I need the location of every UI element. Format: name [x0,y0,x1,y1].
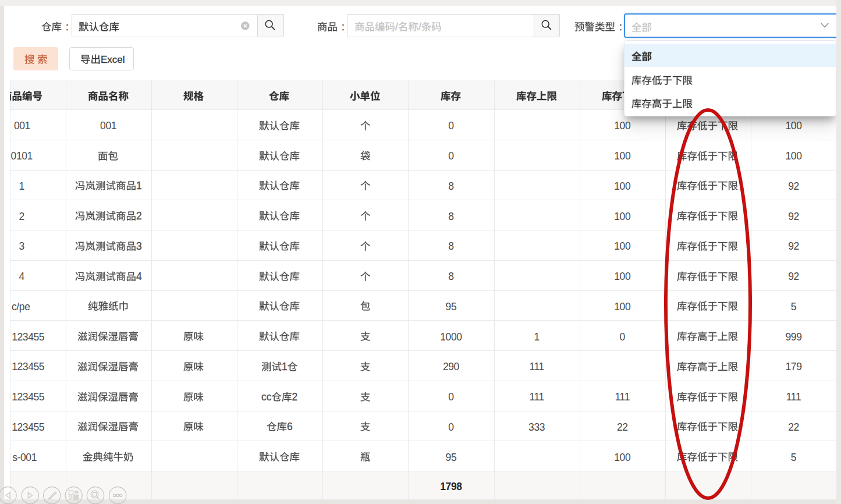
svg-text:cc: cc [261,391,272,403]
svg-text:4: 4 [136,271,142,282]
svg-text::: : [338,21,345,33]
svg-text:2: 2 [292,391,297,403]
svg-text::: : [62,21,69,33]
svg-text:/: / [395,21,398,33]
svg-text:Excel: Excel [101,54,125,65]
svg-text:/: / [418,21,421,33]
svg-text:1: 1 [136,180,142,192]
svg-text::: : [615,21,622,33]
svg-text:6: 6 [287,421,293,433]
svg-text:3: 3 [136,240,142,252]
svg-text:2: 2 [136,210,142,222]
svg-text:1: 1 [282,361,288,372]
